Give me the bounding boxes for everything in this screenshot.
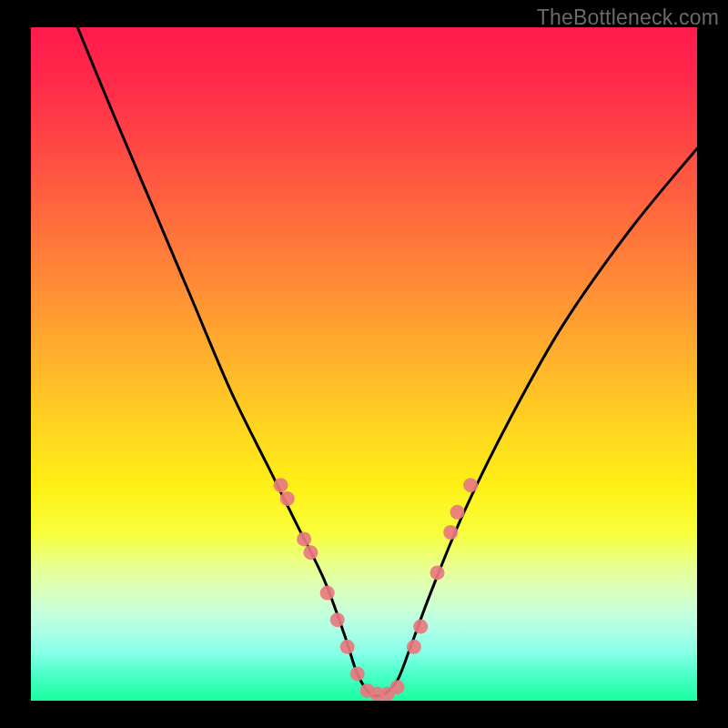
curve-marker	[390, 680, 405, 694]
curve-marker	[450, 505, 465, 520]
curve-marker	[430, 565, 445, 580]
curve-marker	[443, 525, 458, 540]
curve-marker	[274, 478, 288, 492]
curve-marker	[463, 478, 478, 492]
curve-marker	[350, 666, 365, 681]
curve-marker	[340, 640, 355, 654]
curve-marker	[320, 586, 335, 601]
chart-frame: TheBottleneck.com	[0, 0, 728, 728]
curve-marker	[303, 545, 318, 560]
curve-marker	[413, 620, 428, 634]
bottleneck-curve	[77, 27, 697, 696]
plot-area	[31, 27, 697, 701]
bottleneck-curve-path	[77, 27, 697, 696]
curve-marker	[330, 612, 345, 627]
curve-markers	[274, 478, 479, 701]
curve-layer	[31, 27, 697, 701]
curve-marker	[280, 491, 295, 506]
curve-marker	[407, 640, 421, 654]
curve-marker	[297, 531, 311, 546]
watermark-text: TheBottleneck.com	[537, 5, 719, 30]
